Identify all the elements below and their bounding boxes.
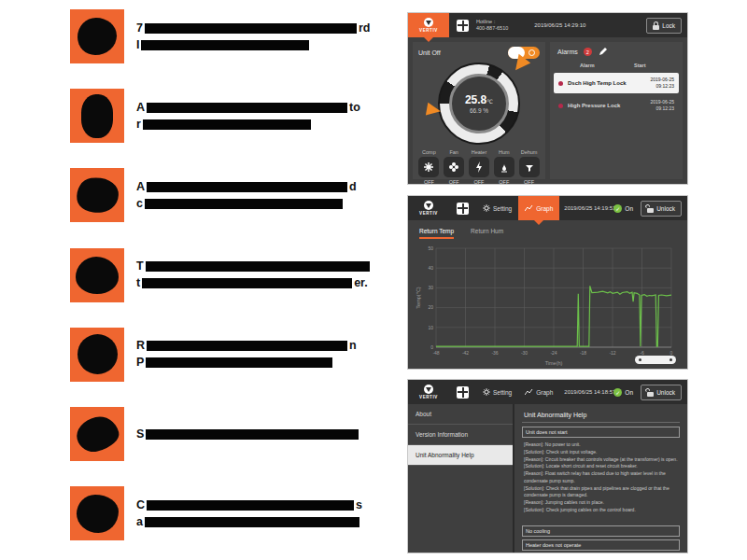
screen1-body: Unit Off 25.8℃ 66.9 % CompOFFFanOFFHeate… [408,37,687,184]
unlock-button[interactable]: Unlock [641,201,682,217]
feature-icon-square [70,9,124,63]
compressor-icon [423,161,434,173]
svg-text:-18: -18 [580,350,586,356]
redaction-bar [146,357,332,368]
help-text: [Reason]: No power to unit.[Solution]: C… [522,441,680,514]
edit-pencil-icon[interactable] [598,47,608,57]
alarm-name: High Pressure Lock [568,103,650,108]
power-status-label: On [625,205,633,212]
redacted-text-line: I [136,40,370,50]
vertiv-logo[interactable]: VERTIV [408,13,449,37]
lock-button[interactable]: Lock [646,18,682,34]
help-section-heater-does-not-operate[interactable]: Heater does not operate [522,539,680,551]
vertiv-logo[interactable]: VERTIV [408,380,449,404]
redaction-bar [146,429,359,440]
component-tile[interactable] [444,157,464,177]
vertiv-logo[interactable]: VERTIV [408,196,449,220]
redacted-text-line: Rn [136,341,357,351]
svg-text:50: 50 [428,245,433,251]
feature-icon-square [70,89,124,143]
tab-setting[interactable]: Setting [476,196,518,220]
feature-item: RnP [70,328,392,382]
tab-setting-label: Setting [493,205,512,212]
feature-item: S [70,407,392,461]
time-range-slider[interactable] [635,356,676,364]
tab-setting[interactable]: Setting [476,380,518,404]
help-line: [Solution]: Check unit input voltage. [524,449,678,456]
alarm-name: Dsch High Temp Lock [568,80,650,86]
help-title: Unit Abnormality Help [522,408,680,423]
screen-home-panel: VERTIV Hotline : 400-887-6510 2019/06/25… [408,13,687,184]
on-check-icon: ✓ [613,204,622,213]
vertiv-logo-icon [424,201,433,210]
component-state: OFF [473,179,484,184]
lock-icon [653,25,659,30]
redacted-text-line: P [136,357,357,368]
chart-zone: 01020304050-48-42-36-30-24-18-12-60Temp(… [408,239,687,369]
menu-grid-icon[interactable] [457,386,469,399]
help-section-no-cooling[interactable]: No cooling [522,525,680,537]
redaction-bar [146,261,370,272]
graph-tab-return-temp[interactable]: Return Temp [419,228,454,239]
component-label: Dehum [521,149,538,155]
power-status: ✓ On [613,204,633,213]
unit-status-card: Unit Off 25.8℃ 66.9 % CompOFFFanOFFHeate… [413,42,545,179]
datetime: 2019/06/25 14:29:10 [534,22,585,28]
alarm-row[interactable]: Dsch High Temp Lock2019-06-2509:12:23 [554,73,679,93]
redacted-text-line: S [136,429,359,440]
gauge-blob-icon [78,18,117,55]
page: 7rdIAtorAdcTter.RnPSCsa VERTIV Hotline :… [0,0,747,560]
component-tile[interactable] [519,157,540,177]
power-status: ✓ On [613,388,633,397]
help-other-sections: No coolingHeater does not operateDisplay… [522,525,680,553]
component-status: HumOFF [494,149,514,184]
redaction-bar [141,40,309,50]
redacted-text-line: c [136,199,357,209]
help-sidebar: AboutVersion InformationUnit Abnormality… [408,404,514,553]
component-status: CompOFF [418,149,439,184]
redacted-text-line: a [136,517,362,527]
component-tile[interactable] [469,157,489,177]
help-line: [Reason]: Jumping cables not in place. [524,499,678,507]
menu-grid-icon[interactable] [457,203,469,215]
redaction-bar [145,199,343,209]
clock-blob-icon [78,334,118,374]
tab-graph[interactable]: Graph [518,380,559,404]
component-tile[interactable] [494,157,514,177]
touchscreen-blob-icon [81,94,113,138]
feature-icon-square [70,328,124,382]
redacted-text-line: r [136,119,360,130]
redacted-text-line: T [136,261,370,272]
sidebar-item-about[interactable]: About [408,404,513,425]
feature-icon-square [70,168,124,222]
component-status-row: CompOFFFanOFFHeaterOFFHumOFFDehumOFF [413,145,545,184]
redaction-bar [142,278,352,288]
feature-item: Tter. [70,248,392,302]
component-state: OFF [499,179,509,184]
unlock-icon [647,392,654,397]
tab-graph[interactable]: Graph [518,196,559,220]
menu-grid-icon[interactable] [457,20,469,32]
component-tile[interactable] [418,157,439,177]
graph-tab-return-hum[interactable]: Return Hum [471,228,503,239]
brand-name: VERTIV [419,211,438,216]
sidebar-item-unit-abnormality-help[interactable]: Unit Abnormality Help [408,445,513,466]
slider-handle-left[interactable] [639,358,641,361]
unlock-label: Unlock [656,205,675,212]
slider-handle-right[interactable] [669,358,672,361]
unlock-button[interactable]: Unlock [641,385,682,400]
svg-text:-24: -24 [550,350,557,356]
alarm-row[interactable]: High Pressure Lock2019-06-2509:12:23 [554,95,679,116]
hotline-label: Hotline : [476,19,508,25]
sidebar-item-version-information[interactable]: Version Information [408,425,513,445]
power-icon [529,49,535,56]
gear-icon [483,204,490,212]
fan-icon [448,161,459,173]
help-section-unit-does-not-start[interactable]: Unit does not start [522,427,680,438]
screen1-header: VERTIV Hotline : 400-887-6510 2019/06/25… [408,13,687,37]
datetime: 2019/06/25 14:19:51 [564,205,615,211]
hotline-number: 400-887-6510 [476,25,508,32]
redaction-bar [147,182,347,192]
component-status: DehumOFF [519,149,540,184]
svg-text:-42: -42 [462,350,469,356]
